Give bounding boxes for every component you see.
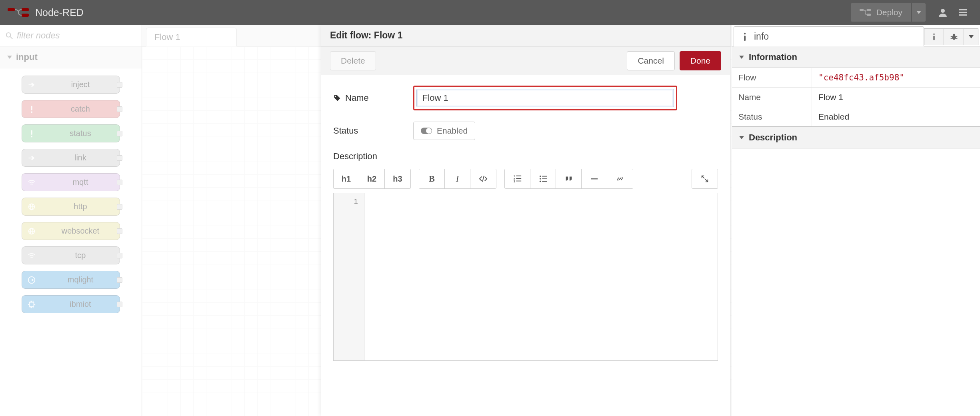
name-label: Name	[333, 93, 409, 103]
toggle-switch-icon	[421, 128, 432, 134]
palette-node-tcp[interactable]: tcp	[22, 246, 120, 264]
ed-expand-button[interactable]	[692, 169, 718, 188]
status-toggle[interactable]: Enabled	[413, 122, 475, 140]
palette-filter[interactable]	[0, 25, 142, 46]
ed-h1-button[interactable]: h1	[334, 169, 359, 188]
sidebar-debug-button[interactable]	[944, 28, 964, 45]
palette-node-link[interactable]: link	[22, 149, 120, 167]
svg-rect-1	[22, 8, 29, 11]
node-port	[117, 277, 122, 283]
editor-line-number: 1	[334, 197, 358, 206]
horizontal-rule-icon	[590, 174, 599, 183]
palette-node-label: tcp	[41, 251, 120, 260]
tray-body: Name Status Enabled Description	[321, 75, 730, 416]
chip-icon	[22, 296, 41, 313]
sidebar-section-description[interactable]: Description	[732, 127, 980, 148]
palette-node-websocket[interactable]: websocket	[22, 222, 120, 240]
arrowC-icon	[22, 271, 41, 288]
code-icon	[479, 174, 488, 183]
ed-link-button[interactable]	[607, 169, 633, 188]
node-port	[117, 204, 122, 210]
palette-node-ibmiot[interactable]: ibmiot	[22, 295, 120, 313]
deploy-menu-button[interactable]	[911, 3, 926, 22]
bang-icon	[22, 100, 41, 118]
svg-rect-46	[516, 176, 521, 176]
svg-line-38	[950, 36, 952, 37]
palette-node-label: mqlight	[41, 275, 120, 284]
user-button[interactable]	[933, 3, 953, 22]
palette-node-label: websocket	[41, 226, 120, 236]
app-root: Node-RED Deploy	[0, 0, 980, 416]
ed-ul-button[interactable]	[530, 169, 556, 188]
ed-bold-button[interactable]: B	[419, 169, 445, 188]
svg-point-34	[933, 33, 935, 35]
done-button[interactable]: Done	[680, 51, 721, 70]
flow-name-input[interactable]	[416, 89, 674, 107]
svg-point-50	[539, 178, 541, 180]
svg-line-40	[950, 38, 952, 39]
logo: Node-RED	[7, 7, 84, 18]
svg-point-36	[952, 35, 956, 40]
description-editor[interactable]: 1	[333, 193, 718, 361]
svg-point-6	[941, 9, 945, 13]
svg-point-49	[539, 176, 541, 177]
ed-format-group: B I	[419, 169, 496, 189]
search-icon	[6, 32, 13, 39]
app-header: Node-RED Deploy	[0, 0, 980, 25]
ed-code-button[interactable]	[470, 169, 496, 188]
palette-node-inject[interactable]: inject	[22, 76, 120, 94]
palette-node-mqtt[interactable]: mqtt	[22, 173, 120, 191]
svg-rect-33	[744, 36, 746, 41]
deploy-group: Deploy	[851, 3, 926, 22]
svg-point-22	[28, 276, 35, 283]
form-row-status: Status Enabled	[333, 122, 718, 140]
main-menu-button[interactable]	[953, 3, 973, 22]
ed-ol-button[interactable]: 123	[505, 169, 530, 188]
sidebar-info-button[interactable]	[924, 28, 944, 45]
svg-line-11	[10, 36, 12, 38]
form-row-description: Description h1 h2 h3 B I	[333, 151, 718, 361]
sidebar-menu-button[interactable]	[964, 28, 978, 45]
node-port	[117, 253, 122, 258]
ed-quote-button[interactable]	[556, 169, 582, 188]
ed-h3-button[interactable]: h3	[385, 169, 410, 188]
sidebar-tab-info[interactable]: info	[734, 26, 924, 46]
info-value-status: Enabled	[812, 107, 980, 126]
edit-flow-tray: Edit flow: Flow 1 Delete Cancel Done Nam…	[321, 25, 730, 416]
bang-icon	[22, 125, 41, 142]
globe-icon	[22, 198, 41, 215]
deploy-button[interactable]: Deploy	[851, 3, 911, 22]
editor-toolbar: h1 h2 h3 B I 1	[333, 169, 718, 189]
palette-filter-input[interactable]	[16, 30, 136, 41]
ed-h2-button[interactable]: h2	[359, 169, 385, 188]
wifi-icon	[22, 247, 41, 264]
cancel-button[interactable]: Cancel	[627, 51, 674, 70]
main: input injectcatchstatuslinkmqtthttpwebso…	[0, 25, 980, 416]
sidebar-section-information[interactable]: Information	[732, 46, 980, 68]
svg-rect-3	[860, 9, 864, 11]
delete-button[interactable]: Delete	[330, 51, 376, 70]
palette-category-header[interactable]: input	[0, 46, 142, 68]
ordered-list-icon: 123	[513, 174, 522, 183]
palette-node-label: link	[41, 153, 120, 162]
svg-point-51	[539, 181, 541, 182]
svg-rect-7	[959, 9, 967, 10]
form-row-name: Name	[333, 86, 718, 110]
palette-node-mqlight[interactable]: mqlight	[22, 271, 120, 289]
workspace-tab[interactable]: Flow 1	[146, 28, 237, 46]
svg-rect-13	[31, 111, 32, 113]
palette-node-http[interactable]: http	[22, 198, 120, 216]
palette-node-label: inject	[41, 80, 120, 89]
sidebar-section-label: Description	[749, 132, 797, 143]
palette-node-catch[interactable]: catch	[22, 100, 120, 118]
palette-node-status[interactable]: status	[22, 124, 120, 142]
sidebar: info Information Flow	[732, 25, 980, 416]
menu-icon	[958, 8, 968, 17]
ed-hr-button[interactable]	[582, 169, 607, 188]
svg-rect-9	[959, 14, 967, 16]
editor-content[interactable]	[365, 193, 718, 360]
info-row-status: Status Enabled	[732, 107, 980, 126]
ed-italic-button[interactable]: I	[445, 169, 470, 188]
svg-rect-15	[31, 136, 32, 137]
svg-line-41	[956, 38, 957, 39]
